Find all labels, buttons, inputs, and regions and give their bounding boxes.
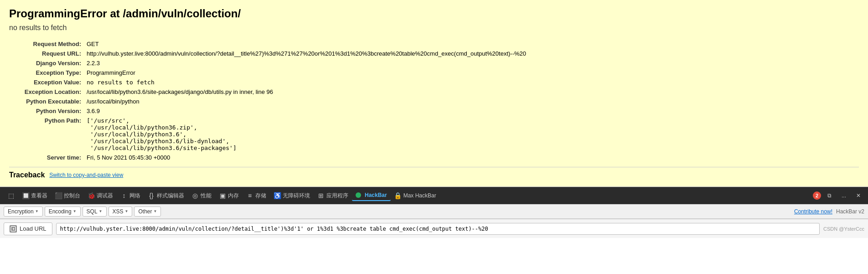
- load-url-button[interactable]: Load URL: [4, 222, 52, 235]
- field-value: http://vulhub.yster.live:8000/admin/vuln…: [87, 49, 859, 58]
- encryption-label: Encryption: [8, 208, 34, 215]
- application-icon: ⊞: [317, 192, 325, 199]
- table-row: Exception Location:/usr/local/lib/python…: [9, 87, 859, 97]
- encoding-chevron-icon: ▼: [73, 209, 77, 213]
- table-row: Python Path:['/usr/src', '/usr/local/lib…: [9, 116, 859, 153]
- field-value: GET: [87, 39, 859, 49]
- field-label: Request URL:: [9, 49, 87, 58]
- field-value: /usr/local/bin/python: [87, 97, 859, 106]
- other-label: Other: [138, 208, 152, 215]
- error-subtitle: no results to fetch: [9, 24, 859, 32]
- inspector-label: 查看器: [31, 192, 47, 200]
- sql-chevron-icon: ▼: [99, 209, 103, 213]
- devtools-item-performance[interactable]: ◎ 性能: [188, 190, 215, 202]
- hackbar-version: HackBar v2: [836, 208, 864, 215]
- other-menu[interactable]: Other ▼: [134, 207, 161, 217]
- performance-icon: ◎: [191, 192, 199, 199]
- traceback-label: Traceback: [9, 171, 45, 179]
- table-row: Python Executable:/usr/local/bin/python: [9, 97, 859, 106]
- memory-label: 内存: [228, 192, 239, 200]
- field-label: Exception Value:: [9, 78, 87, 87]
- encryption-menu[interactable]: Encryption ▼: [4, 207, 43, 217]
- field-label: Python Executable:: [9, 97, 87, 106]
- error-count: 2: [816, 193, 818, 198]
- devtools-item-hackbar[interactable]: HackBar: [352, 190, 391, 201]
- xss-chevron-icon: ▼: [125, 209, 129, 213]
- devtools-bar: ⬚ 🔲 查看器 ⬛ 控制台 🐞 调试器 ↕ 网络 {} 样式编辑器 ◎ 性能 ▣…: [0, 187, 868, 204]
- field-label: Request Method:: [9, 39, 87, 49]
- network-icon: ↕: [120, 192, 128, 199]
- table-row: Request URL:http://vulhub.yster.live:800…: [9, 49, 859, 58]
- accessibility-label: 无障碍环境: [283, 192, 310, 200]
- debugger-icon: 🐞: [88, 192, 95, 199]
- accessibility-icon: ♿: [274, 192, 281, 199]
- encryption-chevron-icon: ▼: [35, 209, 39, 213]
- table-row: Exception Type:ProgrammingError: [9, 68, 859, 78]
- traceback-switch-link[interactable]: Switch to copy-and-paste view: [49, 172, 123, 178]
- contribute-link[interactable]: Contribute now!: [794, 208, 832, 215]
- debugger-label: 调试器: [97, 192, 113, 200]
- sql-label: SQL: [87, 208, 98, 215]
- xss-menu[interactable]: XSS ▼: [108, 207, 133, 217]
- error-info-table: Request Method:GETRequest URL:http://vul…: [9, 39, 859, 162]
- csdn-credit: CSDN @YsterCcc: [823, 226, 864, 232]
- more-icon: ...: [842, 192, 846, 199]
- performance-label: 性能: [201, 192, 212, 200]
- field-value: 2.2.3: [87, 58, 859, 68]
- devtools-item-max-hackbar[interactable]: 🔒 Max HackBar: [391, 190, 440, 201]
- encoding-label: Encoding: [49, 208, 72, 215]
- storage-label: 存储: [255, 192, 266, 200]
- devtools-item-style-editor[interactable]: {} 样式编辑器: [144, 190, 188, 202]
- style-editor-label: 样式编辑器: [157, 192, 184, 200]
- field-label: Python Path:: [9, 116, 87, 153]
- toolbar-right: Contribute now! HackBar v2: [794, 208, 864, 215]
- dock-icon: ⬚: [7, 192, 15, 199]
- console-label: 控制台: [64, 192, 80, 200]
- error-badge: 2: [813, 191, 821, 200]
- devtools-item-storage[interactable]: ≡ 存储: [243, 190, 270, 202]
- field-value: no results to fetch: [87, 78, 859, 87]
- table-row: Request Method:GET: [9, 39, 859, 49]
- encoding-menu[interactable]: Encoding ▼: [45, 207, 81, 217]
- traceback-header: Traceback Switch to copy-and-paste view: [9, 167, 859, 179]
- table-row: Django Version:2.2.3: [9, 58, 859, 68]
- devtools-item-dock[interactable]: ⬚: [4, 190, 18, 201]
- field-label: Python Version:: [9, 106, 87, 116]
- field-value: ProgrammingError: [87, 68, 859, 78]
- memory-icon: ▣: [219, 192, 226, 199]
- devtools-copy-button[interactable]: ⧉: [824, 191, 835, 201]
- style-editor-icon: {}: [148, 192, 155, 199]
- table-row: Server time:Fri, 5 Nov 2021 05:45:30 +00…: [9, 153, 859, 162]
- table-row: Exception Value:no results to fetch: [9, 78, 859, 87]
- max-hackbar-label: Max HackBar: [403, 192, 436, 199]
- devtools-item-application[interactable]: ⊞ 应用程序: [314, 190, 352, 202]
- field-value: ['/usr/src', '/usr/local/lib/python36.zi…: [87, 116, 859, 153]
- sql-menu[interactable]: SQL ▼: [83, 207, 107, 217]
- devtools-more-button[interactable]: ...: [838, 191, 850, 201]
- error-title: ProgrammingError at /admin/vuln/collecti…: [9, 7, 859, 20]
- xss-label: XSS: [113, 208, 124, 215]
- devtools-item-console[interactable]: ⬛ 控制台: [51, 190, 84, 202]
- load-url-icon: [10, 225, 17, 233]
- max-hackbar-icon: 🔒: [394, 192, 402, 199]
- field-label: Exception Type:: [9, 68, 87, 78]
- console-icon: ⬛: [55, 192, 62, 199]
- close-icon: ✕: [856, 192, 861, 199]
- devtools-item-memory[interactable]: ▣ 内存: [215, 190, 243, 202]
- devtools-item-inspector[interactable]: 🔲 查看器: [18, 190, 51, 202]
- network-label: 网络: [129, 192, 140, 200]
- field-label: Exception Location:: [9, 87, 87, 97]
- devtools-item-network[interactable]: ↕ 网络: [117, 190, 144, 202]
- load-url-label: Load URL: [20, 225, 46, 232]
- devtools-close-button[interactable]: ✕: [852, 191, 864, 201]
- django-error-page: ProgrammingError at /admin/vuln/collecti…: [0, 0, 868, 186]
- devtools-item-accessibility[interactable]: ♿ 无障碍环境: [270, 190, 314, 202]
- url-input[interactable]: [56, 223, 820, 235]
- inspector-icon: 🔲: [22, 192, 29, 199]
- devtools-item-debugger[interactable]: 🐞 调试器: [84, 190, 117, 202]
- url-bar: Load URL CSDN @YsterCcc: [0, 219, 868, 238]
- field-value: Fri, 5 Nov 2021 05:45:30 +0000: [87, 153, 859, 162]
- application-label: 应用程序: [326, 192, 348, 200]
- field-label: Server time:: [9, 153, 87, 162]
- storage-icon: ≡: [246, 192, 253, 199]
